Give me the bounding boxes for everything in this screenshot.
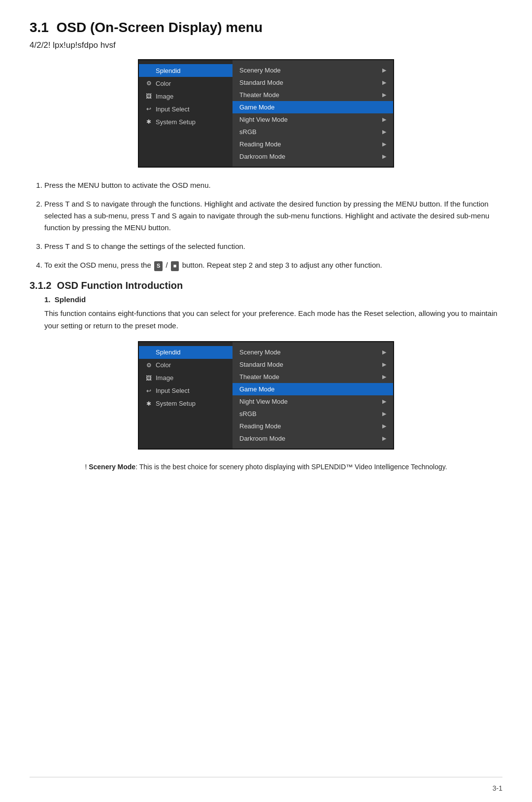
osd-menu-item-image: 🖼 Image: [139, 90, 233, 103]
osd-menu-item-color: ⚙ Color: [139, 77, 233, 90]
osd-right-nightview: Night View Mode▶: [233, 113, 393, 126]
section-number: 3.1: [30, 20, 49, 35]
osd-right-scenery: Scenery Mode▶: [233, 64, 393, 76]
osd-right-darkroom: Darkroom Mode▶: [233, 150, 393, 163]
osd-menu-item-splendid: Splendid: [139, 64, 233, 77]
splendid-icon: [145, 67, 153, 74]
square-button: ■: [171, 261, 179, 271]
input-select-label: Input Select: [156, 105, 190, 113]
color-icon-2: ⚙: [145, 361, 153, 369]
system-setup-icon-2: ✱: [145, 400, 153, 408]
step-4: To exit the OSD menu, press the S / ■ bu…: [44, 259, 502, 271]
step-2: Press T and S to navigate through the fu…: [44, 198, 502, 234]
subsection-title: 3.1.2 OSD Function Introduction: [30, 280, 502, 291]
osd-left-panel: Splendid ⚙ Color 🖼 Image ↩ Input Select …: [139, 60, 233, 167]
subtitle: 4/2/2! lpx!up!sfdpo hvsf: [30, 40, 502, 50]
osd-menu2-item-splendid: Splendid: [139, 346, 233, 359]
osd2-right-nightview: Night View Mode▶: [233, 395, 393, 408]
color-icon: ⚙: [145, 79, 153, 87]
osd2-right-standard: Standard Mode▶: [233, 358, 393, 371]
osd-menu-2: Splendid ⚙ Color 🖼 Image ↩ Input Select …: [138, 341, 394, 450]
osd-menu-item-input-select: ↩ Input Select: [139, 103, 233, 115]
system-setup-label: System Setup: [156, 118, 196, 126]
steps-list: Press the MENU button to activate the OS…: [44, 179, 502, 271]
osd-right-standard: Standard Mode▶: [233, 76, 393, 89]
splendid-icon-2: [145, 349, 153, 356]
color-label: Color: [156, 80, 171, 87]
osd-left-panel-2: Splendid ⚙ Color 🖼 Image ↩ Input Select …: [139, 342, 233, 449]
input-select-icon: ↩: [145, 105, 153, 113]
osd-menu2-item-system-setup: ✱ System Setup: [139, 397, 233, 410]
osd-right-srgb: sRGB▶: [233, 126, 393, 138]
osd-menu-item-system-setup: ✱ System Setup: [139, 115, 233, 128]
splendid-description: This function contains eight-functions t…: [44, 308, 502, 332]
osd-menu2-item-color: ⚙ Color: [139, 359, 233, 372]
osd2-right-darkroom: Darkroom Mode▶: [233, 432, 393, 445]
osd-right-theater: Theater Mode▶: [233, 89, 393, 101]
osd-menu2-item-input-select: ↩ Input Select: [139, 384, 233, 397]
footer-divider: [30, 777, 502, 777]
image-icon: 🖼: [145, 92, 153, 100]
osd2-right-reading: Reading Mode▶: [233, 420, 393, 432]
section-title: 3.1 OSD (On-Screen Display) menu: [30, 20, 502, 35]
osd-menu2-item-image: 🖼 Image: [139, 372, 233, 384]
osd-right-panel: Scenery Mode▶ Standard Mode▶ Theater Mod…: [233, 60, 393, 167]
osd2-right-srgb: sRGB▶: [233, 408, 393, 420]
osd-right-panel-2: Scenery Mode▶ Standard Mode▶ Theater Mod…: [233, 342, 393, 449]
section-heading: OSD (On-Screen Display) menu: [57, 20, 263, 35]
image-icon-2: 🖼: [145, 374, 153, 382]
scenery-mode-text: : This is the best choice for scenery ph…: [135, 463, 447, 471]
scenery-mode-note: ! Scenery Mode: This is the best choice …: [30, 461, 502, 472]
osd2-right-theater: Theater Mode▶: [233, 371, 393, 383]
s-button: S: [154, 261, 163, 271]
osd2-right-game: Game Mode: [233, 383, 393, 395]
system-setup-icon: ✱: [145, 118, 153, 126]
step-1: Press the MENU button to activate the OS…: [44, 179, 502, 191]
osd2-right-scenery: Scenery Mode▶: [233, 346, 393, 358]
osd-right-game: Game Mode: [233, 101, 393, 113]
input-select-icon-2: ↩: [145, 387, 153, 395]
image-label: Image: [156, 93, 173, 100]
splendid-numbered-heading: 1. Splendid: [44, 295, 502, 304]
osd-right-reading: Reading Mode▶: [233, 138, 393, 150]
osd-menu-1: Splendid ⚙ Color 🖼 Image ↩ Input Select …: [138, 59, 394, 168]
splendid-label: Splendid: [156, 67, 181, 74]
page-number: 3-1: [493, 784, 502, 792]
scenery-mode-label: Scenery Mode: [89, 463, 135, 471]
step-3: Press T and S to change the settings of …: [44, 241, 502, 252]
